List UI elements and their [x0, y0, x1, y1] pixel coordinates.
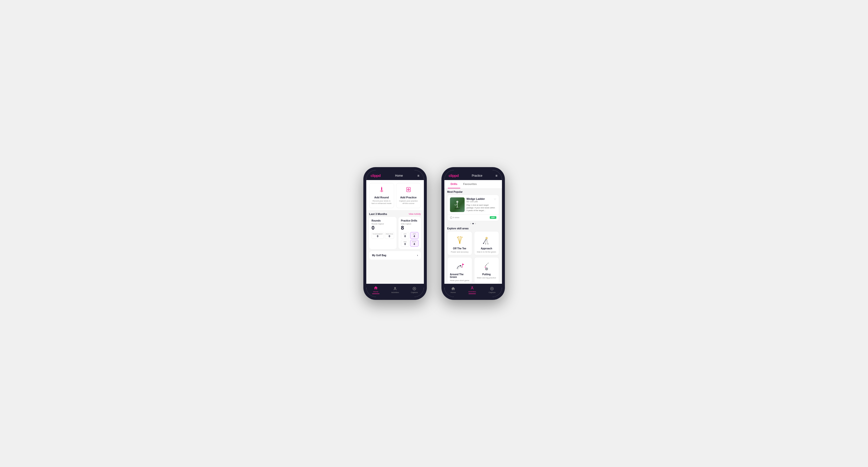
skill-grid: Off The Tee Power and accuracy: [444, 231, 502, 284]
svg-line-34: [487, 239, 488, 244]
shots-count-label: 9 shots: [450, 216, 460, 219]
add-practice-title: Add Practice: [400, 196, 416, 199]
arg-value: 0: [402, 243, 408, 245]
practice-label: Practice: [386, 233, 393, 235]
svg-point-47: [486, 264, 487, 265]
practice-value: 0: [386, 235, 393, 238]
drills-capture-value: 8: [401, 225, 418, 230]
svg-point-48: [487, 263, 488, 264]
featured-card-footer: 9 shots APP: [447, 215, 499, 221]
skill-off-the-tee[interactable]: Off The Tee Power and accuracy: [447, 231, 472, 255]
svg-marker-42: [462, 263, 464, 265]
last3months-title: Last 3 Months: [369, 213, 387, 215]
practice-title: Practice: [472, 174, 482, 177]
tab-drills[interactable]: Drills: [448, 180, 461, 188]
off-the-tee-icon: [454, 235, 466, 246]
last3months-header: Last 3 Months View Activity: [366, 210, 424, 217]
putting-icon: [481, 260, 492, 272]
featured-drill-image: [450, 197, 465, 212]
view-activity-link[interactable]: View Activity: [409, 213, 421, 215]
practice-menu-icon[interactable]: ≡: [495, 174, 497, 178]
practice-nav-home-label: Home: [451, 291, 456, 293]
svg-point-31: [486, 238, 487, 239]
practice-nav-capture[interactable]: Capture: [489, 286, 495, 293]
off-the-tee-name: Off The Tee: [453, 247, 466, 250]
putt-box: PUTT 4: [410, 240, 418, 247]
svg-point-25: [457, 237, 458, 238]
skill-approach[interactable]: Approach Dial-in to hit the green: [474, 231, 499, 255]
around-the-green-name: Around The Green: [450, 273, 469, 278]
nav-home[interactable]: Home: [372, 286, 379, 294]
svg-point-27: [460, 237, 461, 238]
featured-drill-subtitle: 50–100 yds: [467, 200, 485, 203]
golf-bag-row[interactable]: My Golf Bag ›: [369, 251, 421, 259]
practice-nav-activities-label: Activities: [468, 290, 476, 293]
ott-value: 0: [402, 235, 408, 238]
drills-sub-row2: ARG 0 PUTT 4: [401, 240, 418, 247]
add-practice-subtitle: Capture your practice off-the-course: [398, 200, 419, 205]
approach-desc: Dial-in to hit the green: [477, 251, 496, 253]
practice-nav-capture-label: Capture: [489, 291, 495, 293]
svg-point-20: [450, 217, 452, 219]
drills-card: Practice Drills Drills Capture 8 OTT 0 A…: [399, 217, 421, 249]
svg-point-37: [487, 244, 488, 245]
golf-bag-arrow: ›: [417, 254, 418, 257]
nav-capture-label: Capture: [411, 291, 418, 293]
rounds-card: Rounds Rounds Capture 0 Tournament 0 Pra…: [369, 217, 397, 249]
featured-card-inner: Wedge Ladder 50–100 yds ☆ Play 1 shot at…: [447, 195, 499, 215]
drill-app-badge: APP: [490, 216, 496, 219]
around-the-green-icon: [454, 260, 466, 272]
putting-name: Putting: [482, 273, 491, 276]
skill-around-the-green[interactable]: Around The Green Hone your short game: [447, 257, 472, 284]
nav-activities[interactable]: Activities: [391, 286, 399, 293]
dot-3: [475, 223, 476, 224]
nav-capture[interactable]: Capture: [411, 286, 418, 293]
svg-point-40: [459, 266, 460, 267]
practice-nav-home[interactable]: Home: [451, 286, 456, 293]
arg-box: ARG 0: [401, 240, 409, 247]
phone-home: clippd Home ≡ Add Round: [363, 167, 427, 300]
rounds-capture-value: 0: [372, 225, 394, 230]
tournament-label: Tournament: [373, 233, 383, 235]
svg-point-44: [486, 269, 487, 269]
svg-point-39: [461, 267, 462, 268]
add-round-subtitle: Record your shots in fast or enhanced mo…: [371, 200, 392, 205]
skill-putting[interactable]: Putting Make and lag practice: [474, 257, 499, 284]
nav-home-label: Home: [373, 290, 378, 293]
add-round-icon: [378, 186, 385, 194]
drills-title: Practice Drills: [401, 219, 418, 222]
practice-nav-activities[interactable]: Activities: [468, 286, 476, 294]
svg-point-45: [485, 267, 486, 268]
add-practice-card[interactable]: Add Practice Capture your practice off-t…: [396, 183, 421, 208]
svg-point-28: [461, 237, 462, 238]
practice-bottom-nav: Home Activities Capture: [444, 284, 502, 297]
nav-activities-label: Activities: [391, 291, 399, 293]
practice-tabs: Drills Favourites: [444, 180, 502, 189]
drills-sub-row1: OTT 0 APP 4: [401, 232, 418, 239]
tab-favourites[interactable]: Favourites: [460, 180, 480, 188]
favourite-star-icon[interactable]: ☆: [494, 197, 496, 201]
home-bottom-nav: Home Activities Capture: [366, 284, 424, 297]
home-content: Add Round Record your shots in fast or e…: [366, 180, 424, 284]
featured-drill-card[interactable]: Wedge Ladder 50–100 yds ☆ Play 1 shot at…: [447, 195, 499, 221]
svg-line-33: [486, 239, 486, 244]
featured-drill-info: Wedge Ladder 50–100 yds ☆ Play 1 shot at…: [467, 197, 496, 212]
add-round-card[interactable]: Add Round Record your shots in fast or e…: [369, 183, 394, 208]
dot-1: [470, 223, 471, 224]
approach-name: Approach: [481, 247, 492, 250]
tournament-value: 0: [373, 235, 383, 238]
svg-point-49: [488, 262, 489, 263]
carousel-dots: [444, 223, 502, 224]
putt-value: 4: [411, 243, 417, 245]
svg-marker-2: [381, 187, 382, 188]
svg-point-9: [395, 287, 396, 288]
svg-point-36: [485, 244, 486, 245]
phone-practice: clippd Practice ≡ Drills Favourites Most…: [441, 167, 505, 300]
svg-line-18: [457, 206, 457, 208]
rounds-sub-stats: Tournament 0 Practice 0: [372, 232, 394, 239]
golf-bag-label: My Golf Bag: [372, 254, 386, 257]
rounds-title: Rounds: [372, 219, 394, 222]
app-value: 4: [411, 235, 417, 238]
menu-icon[interactable]: ≡: [417, 174, 419, 178]
svg-point-38: [460, 265, 461, 267]
